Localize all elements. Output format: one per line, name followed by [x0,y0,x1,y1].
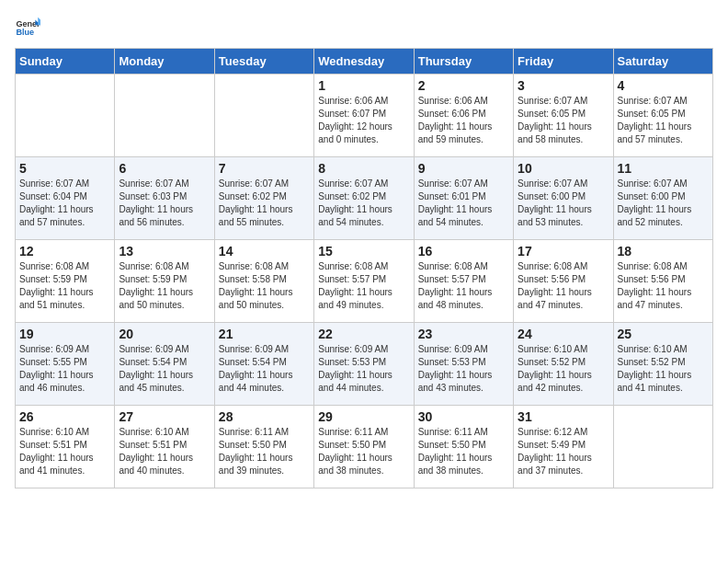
day-number: 7 [219,161,310,176]
calendar-cell: 16Sunrise: 6:08 AM Sunset: 5:57 PM Dayli… [414,240,513,323]
calendar-cell: 7Sunrise: 6:07 AM Sunset: 6:02 PM Daylig… [214,157,313,240]
calendar-cell: 31Sunrise: 6:12 AM Sunset: 5:49 PM Dayli… [514,406,613,488]
calendar-cell: 22Sunrise: 6:09 AM Sunset: 5:53 PM Dayli… [314,323,414,406]
calendar-cell: 26Sunrise: 6:10 AM Sunset: 5:51 PM Dayli… [16,406,115,488]
calendar-cell [613,406,712,488]
day-number: 14 [219,244,310,259]
day-number: 23 [418,327,509,341]
calendar-cell: 9Sunrise: 6:07 AM Sunset: 6:01 PM Daylig… [414,157,513,240]
svg-text:Blue: Blue [16,28,34,37]
calendar-cell [16,75,115,157]
day-number: 18 [618,244,709,259]
day-number: 12 [19,244,110,259]
day-of-week-header: Friday [514,49,613,75]
day-info: Sunrise: 6:12 AM Sunset: 5:49 PM Dayligh… [518,426,609,477]
logo: General Blue [15,15,40,40]
day-info: Sunrise: 6:07 AM Sunset: 6:00 PM Dayligh… [518,178,609,229]
day-of-week-header: Monday [115,49,214,75]
day-info: Sunrise: 6:10 AM Sunset: 5:51 PM Dayligh… [19,426,110,477]
day-number: 1 [318,78,409,93]
day-number: 11 [618,161,709,176]
day-info: Sunrise: 6:08 AM Sunset: 5:59 PM Dayligh… [19,260,110,312]
day-number: 31 [518,409,609,424]
calendar-cell: 4Sunrise: 6:07 AM Sunset: 6:05 PM Daylig… [613,75,712,157]
calendar-week-row: 26Sunrise: 6:10 AM Sunset: 5:51 PM Dayli… [16,406,713,488]
day-number: 30 [418,409,509,424]
calendar-cell: 20Sunrise: 6:09 AM Sunset: 5:54 PM Dayli… [115,323,214,406]
day-info: Sunrise: 6:08 AM Sunset: 5:56 PM Dayligh… [618,260,709,312]
day-of-week-header: Thursday [414,49,513,75]
day-number: 21 [219,327,310,341]
calendar-cell: 29Sunrise: 6:11 AM Sunset: 5:50 PM Dayli… [314,406,414,488]
day-number: 8 [318,161,409,176]
day-info: Sunrise: 6:07 AM Sunset: 6:05 PM Dayligh… [518,95,609,146]
day-info: Sunrise: 6:10 AM Sunset: 5:52 PM Dayligh… [618,343,709,395]
calendar-header-row: SundayMondayTuesdayWednesdayThursdayFrid… [16,49,713,75]
calendar-week-row: 5Sunrise: 6:07 AM Sunset: 6:04 PM Daylig… [16,157,713,240]
day-number: 26 [19,409,110,424]
calendar-cell: 25Sunrise: 6:10 AM Sunset: 5:52 PM Dayli… [613,323,712,406]
calendar-table: SundayMondayTuesdayWednesdayThursdayFrid… [15,48,713,488]
day-info: Sunrise: 6:09 AM Sunset: 5:53 PM Dayligh… [418,343,509,395]
calendar-cell: 13Sunrise: 6:08 AM Sunset: 5:59 PM Dayli… [115,240,214,323]
day-number: 19 [19,327,110,341]
day-info: Sunrise: 6:11 AM Sunset: 5:50 PM Dayligh… [418,426,509,477]
day-number: 10 [518,161,609,176]
calendar-cell: 23Sunrise: 6:09 AM Sunset: 5:53 PM Dayli… [414,323,513,406]
day-number: 4 [618,78,709,93]
day-number: 16 [418,244,509,259]
calendar-week-row: 19Sunrise: 6:09 AM Sunset: 5:55 PM Dayli… [16,323,713,406]
day-info: Sunrise: 6:09 AM Sunset: 5:55 PM Dayligh… [19,343,110,395]
calendar-cell: 1Sunrise: 6:06 AM Sunset: 6:07 PM Daylig… [314,75,414,157]
day-info: Sunrise: 6:08 AM Sunset: 5:58 PM Dayligh… [219,260,310,312]
day-number: 6 [119,161,210,176]
calendar-cell: 14Sunrise: 6:08 AM Sunset: 5:58 PM Dayli… [214,240,313,323]
day-number: 27 [119,409,210,424]
day-number: 9 [418,161,509,176]
calendar-cell: 3Sunrise: 6:07 AM Sunset: 6:05 PM Daylig… [514,75,613,157]
calendar-cell: 6Sunrise: 6:07 AM Sunset: 6:03 PM Daylig… [115,157,214,240]
day-number: 28 [219,409,310,424]
day-info: Sunrise: 6:11 AM Sunset: 5:50 PM Dayligh… [219,426,310,477]
day-of-week-header: Wednesday [314,49,414,75]
day-of-week-header: Sunday [16,49,115,75]
day-info: Sunrise: 6:07 AM Sunset: 6:02 PM Dayligh… [318,178,409,229]
calendar-cell: 8Sunrise: 6:07 AM Sunset: 6:02 PM Daylig… [314,157,414,240]
calendar-cell: 19Sunrise: 6:09 AM Sunset: 5:55 PM Dayli… [16,323,115,406]
calendar-cell: 11Sunrise: 6:07 AM Sunset: 6:00 PM Dayli… [613,157,712,240]
calendar-cell: 21Sunrise: 6:09 AM Sunset: 5:54 PM Dayli… [214,323,313,406]
day-info: Sunrise: 6:08 AM Sunset: 5:59 PM Dayligh… [119,260,210,312]
day-info: Sunrise: 6:08 AM Sunset: 5:56 PM Dayligh… [518,260,609,312]
calendar-cell: 15Sunrise: 6:08 AM Sunset: 5:57 PM Dayli… [314,240,414,323]
day-info: Sunrise: 6:07 AM Sunset: 6:01 PM Dayligh… [418,178,509,229]
day-number: 24 [518,327,609,341]
day-info: Sunrise: 6:07 AM Sunset: 6:00 PM Dayligh… [618,178,709,229]
calendar-cell: 10Sunrise: 6:07 AM Sunset: 6:00 PM Dayli… [514,157,613,240]
calendar-cell [214,75,313,157]
day-of-week-header: Tuesday [214,49,313,75]
calendar-cell: 27Sunrise: 6:10 AM Sunset: 5:51 PM Dayli… [115,406,214,488]
calendar-cell: 12Sunrise: 6:08 AM Sunset: 5:59 PM Dayli… [16,240,115,323]
calendar-cell: 18Sunrise: 6:08 AM Sunset: 5:56 PM Dayli… [613,240,712,323]
day-info: Sunrise: 6:09 AM Sunset: 5:54 PM Dayligh… [219,343,310,395]
day-info: Sunrise: 6:10 AM Sunset: 5:51 PM Dayligh… [119,426,210,477]
calendar-cell: 28Sunrise: 6:11 AM Sunset: 5:50 PM Dayli… [214,406,313,488]
calendar-cell: 2Sunrise: 6:06 AM Sunset: 6:06 PM Daylig… [414,75,513,157]
day-info: Sunrise: 6:06 AM Sunset: 6:07 PM Dayligh… [318,95,409,146]
day-number: 29 [318,409,409,424]
day-info: Sunrise: 6:08 AM Sunset: 5:57 PM Dayligh… [318,260,409,312]
day-info: Sunrise: 6:06 AM Sunset: 6:06 PM Dayligh… [418,95,509,146]
logo-icon: General Blue [15,15,40,40]
calendar-cell: 30Sunrise: 6:11 AM Sunset: 5:50 PM Dayli… [414,406,513,488]
day-info: Sunrise: 6:09 AM Sunset: 5:53 PM Dayligh… [318,343,409,395]
day-info: Sunrise: 6:08 AM Sunset: 5:57 PM Dayligh… [418,260,509,312]
calendar-cell [115,75,214,157]
calendar-week-row: 1Sunrise: 6:06 AM Sunset: 6:07 PM Daylig… [16,75,713,157]
day-number: 25 [618,327,709,341]
day-info: Sunrise: 6:07 AM Sunset: 6:03 PM Dayligh… [119,178,210,229]
day-number: 3 [518,78,609,93]
page-header: General Blue [15,15,713,40]
day-number: 5 [19,161,110,176]
calendar-cell: 5Sunrise: 6:07 AM Sunset: 6:04 PM Daylig… [16,157,115,240]
day-number: 17 [518,244,609,259]
